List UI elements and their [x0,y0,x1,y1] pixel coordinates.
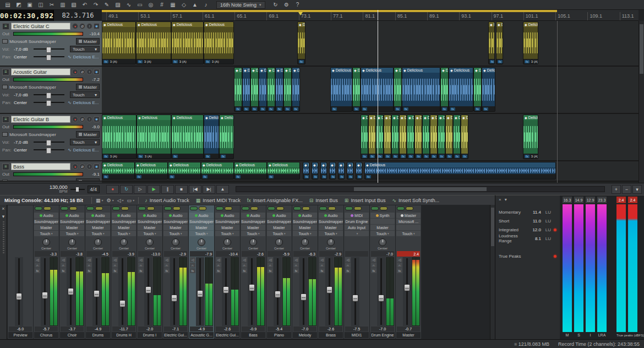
channel-fx-icon[interactable]: fx [61,268,66,273]
track-solo-button[interactable]: ! [86,23,92,29]
timeline-marker[interactable] [298,12,303,15]
clip-fx-icon[interactable]: fx [203,175,208,178]
audio-clip[interactable]: ◆Delicious fx3 (A) [136,21,171,64]
save-icon[interactable]: ▣ [24,1,35,9]
track-peak-readout[interactable]: -9.1 [85,172,100,177]
mixer-monitor-icon[interactable]: ◁▾ [117,198,124,203]
channel-name[interactable]: Piano [267,332,291,338]
channel-type[interactable]: Audio [138,213,162,218]
channel-device[interactable]: Soundmapper [319,219,343,224]
audio-clip[interactable]: ◆Delicious fx [102,162,135,180]
clip-fx-icon[interactable]: fx [362,155,367,158]
clip-fx-icon[interactable]: fx [293,107,298,111]
channel-bus[interactable]: Master [86,225,110,230]
track-lane[interactable]: ◆Delicious fx ◆Delicious fx ◆Delicious f… [102,67,638,114]
channel-name[interactable]: Drums H [112,332,136,338]
audio-clip[interactable]: ◆Delicious fx [135,162,168,180]
channel-fader-value[interactable]: -2.0 [138,327,161,331]
clip-fx-icon[interactable]: fx [313,175,318,178]
channel-automation-dropdown[interactable]: Touch▾ [319,231,343,236]
audio-clip[interactable]: ◆Delicious fx [234,67,242,112]
groove-selector[interactable]: 16th Note Swing ▾ [216,1,265,9]
channel-automation-dropdown[interactable]: Touch▾ [215,231,239,236]
channel-fader-value[interactable]: -2.6 [319,327,342,331]
audio-clip[interactable]: ◆Delicious fx [453,115,461,159]
clip-fx-icon[interactable]: fx [395,107,400,111]
clip-fx-icon[interactable]: fx [525,155,530,158]
channel-type[interactable]: Audio [189,213,214,218]
channel-fader[interactable] [15,257,23,326]
track-name[interactable]: Electric Guitar C [11,23,70,30]
audio-clip[interactable]: ◆Delicious fx3 (A) [523,21,538,64]
pin-icon[interactable]: ▾ [2,214,5,219]
channel-device[interactable]: Soundmapper [267,219,291,224]
clip-fx-icon[interactable]: fx [236,175,241,178]
audio-clip[interactable]: ◆Delicious fx [168,162,201,180]
audio-clip[interactable]: ◆Delicious fx [201,162,234,180]
channel-solo-button[interactable] [406,206,413,210]
channel-output-icon[interactable]: ◁ [35,257,40,262]
channel-fader[interactable] [170,257,178,326]
channel-phones-icon[interactable]: ∩ [86,263,92,268]
track-icon[interactable]: ≡ [2,23,9,30]
channel-mute-button[interactable] [319,206,327,210]
channel-fx-icon[interactable]: fx [371,268,376,273]
channel-fader[interactable] [274,257,282,326]
channel-mute-button[interactable] [242,206,249,210]
channel-phones-icon[interactable]: ∩ [345,263,351,268]
channel-automation-dropdown[interactable]: Touch▾ [370,231,395,236]
audio-clip[interactable]: ◆Delicious fx [361,115,368,159]
clip-fx-icon[interactable]: fx [370,155,375,158]
clip-fx-icon[interactable]: fx [385,155,390,158]
tempo-slider[interactable] [70,187,85,192]
insert-soft-synth-button[interactable]: ∿ Insert Soft Synth... [390,196,441,205]
pan-knob[interactable] [327,238,335,246]
audio-clip[interactable]: ◆Delicious fx [171,115,204,159]
channel-mute-button[interactable] [35,206,42,210]
channel-fader[interactable] [299,257,308,326]
audio-clip[interactable]: ◆Delicious fx [430,115,438,159]
channel-fader[interactable] [377,257,385,326]
channel-phones-icon[interactable]: ∩ [371,263,376,268]
channel-fx-icon[interactable]: fx [397,268,402,273]
insert-input-bus-button[interactable]: ⊞ Insert Input Bus [342,196,388,205]
metronome-button[interactable]: ▲ [216,185,229,194]
clip-fx-icon[interactable]: fx [277,107,282,111]
audio-clip[interactable]: ◆Delicious fx [402,67,440,112]
track-device[interactable]: Microsoft Soundmapper [9,85,74,90]
track-device[interactable]: Microsoft Soundmapper [9,39,74,44]
clip-fx-icon[interactable]: fx [260,107,265,111]
audio-clip[interactable]: ◆Delicious fx [399,115,407,159]
mixer-channel-strip[interactable]: Audio Soundmapper Master Touch▾ Center -… [292,205,318,339]
channel-name[interactable]: Electric Gui... [163,332,188,338]
channel-type[interactable]: Audio [86,213,110,218]
audio-clip[interactable]: ◆Delicious fx3 (A) [137,115,171,159]
track-header[interactable]: ≡ Electric Guitar B ● Ø ! ✱ Out -9.0 Mic… [0,114,102,161]
new-project-icon[interactable]: ▤ [2,1,13,9]
timeline-horizontal-scrollbar[interactable] [236,186,605,192]
channel-mute-button[interactable] [345,206,353,210]
audio-clip[interactable]: ◆Delicious fx3 (A) [171,21,204,64]
audio-clip[interactable]: ◆Delicious fx [438,115,445,159]
clip-fx-icon[interactable]: fx [401,155,406,158]
audio-clip[interactable]: ◆Delicious fx3 (A) [523,115,538,159]
track-fx-button[interactable]: ✱ [94,23,100,29]
channel-phones-icon[interactable]: ∩ [61,263,66,268]
track-header[interactable]: ≡ Electric Guitar C ● Ø ! ✱ Out -10.4 Mi… [0,21,102,67]
track-device[interactable]: Microsoft Soundmapper [9,132,74,137]
fader-handle[interactable] [171,295,177,302]
audio-clip[interactable]: ◆Delicious fx [407,115,414,159]
zoom-out-button[interactable]: − [622,185,631,194]
audio-clip[interactable]: ◆Delicious fx [338,162,345,180]
channel-mute-button[interactable] [190,206,198,210]
channel-automation-dropdown[interactable]: Touch▾ [189,231,214,236]
fader-handle[interactable] [352,295,358,302]
audio-clip[interactable]: ◆Delicious fx [361,67,394,112]
track-lane[interactable]: ◆Delicious fx3 (A) ◆Delicious fx3 (A) ◆D… [102,114,638,161]
channel-fader-value[interactable]: -7.0 [293,327,316,331]
audio-clip[interactable]: ◆Delicious fx [292,67,300,112]
channel-type[interactable]: Audio [267,213,291,218]
dock-grip-handle[interactable] [3,221,4,254]
mixer-channel-strip[interactable]: Audio Soundmapper Master Touch▾ Center -… [215,205,240,339]
volume-value[interactable]: -7,0 dB [14,140,32,145]
